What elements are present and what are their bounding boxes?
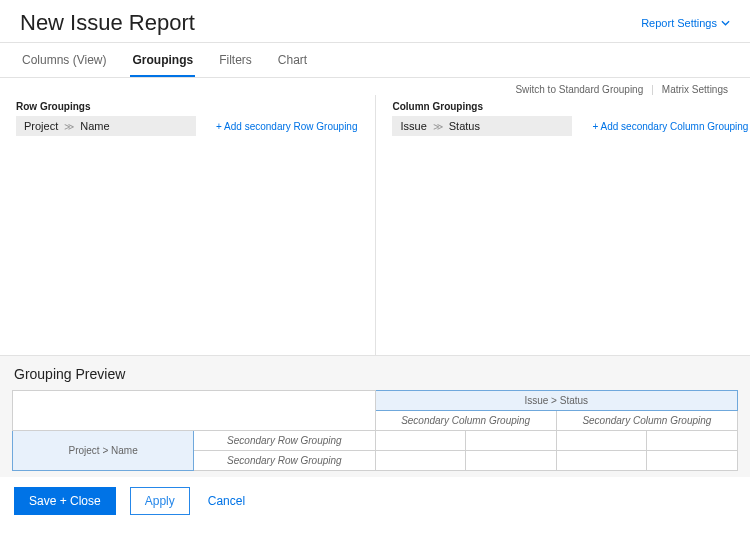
add-secondary-column-grouping-link[interactable]: + Add secondary Column Grouping bbox=[592, 121, 748, 132]
chevron-down-icon bbox=[721, 20, 730, 26]
preview-secondary-col-2: Secondary Column Grouping bbox=[556, 411, 737, 431]
preview-cell bbox=[647, 451, 738, 471]
column-groupings-panel: Column Groupings Issue ≫ Status + Add se… bbox=[375, 95, 750, 355]
row-groupings-title: Row Groupings bbox=[16, 101, 357, 112]
grouping-preview-title: Grouping Preview bbox=[14, 366, 738, 382]
preview-column-header: Issue > Status bbox=[375, 391, 738, 411]
tab-groupings[interactable]: Groupings bbox=[130, 43, 195, 77]
preview-cell bbox=[375, 451, 466, 471]
save-close-button[interactable]: Save + Close bbox=[14, 487, 116, 515]
preview-row-header: Project > Name bbox=[13, 431, 194, 471]
switch-grouping-link[interactable]: Switch to Standard Grouping bbox=[515, 84, 643, 95]
preview-secondary-col-1: Secondary Column Grouping bbox=[375, 411, 556, 431]
apply-button[interactable]: Apply bbox=[130, 487, 190, 515]
preview-cell bbox=[556, 451, 647, 471]
column-grouping-primary-pill[interactable]: Issue ≫ Status bbox=[392, 116, 572, 136]
matrix-settings-link[interactable]: Matrix Settings bbox=[662, 84, 728, 95]
preview-cell bbox=[647, 431, 738, 451]
column-groupings-title: Column Groupings bbox=[392, 101, 748, 112]
preview-cell bbox=[466, 431, 557, 451]
row-grouping-object: Project bbox=[24, 120, 58, 132]
column-grouping-object: Issue bbox=[400, 120, 426, 132]
tab-columns[interactable]: Columns (View) bbox=[20, 43, 108, 77]
tab-chart[interactable]: Chart bbox=[276, 43, 309, 77]
chevron-right-icon: ≫ bbox=[64, 121, 74, 132]
column-grouping-field: Status bbox=[449, 120, 480, 132]
report-settings-link[interactable]: Report Settings bbox=[641, 17, 730, 29]
preview-corner-cell bbox=[13, 391, 376, 431]
row-grouping-field: Name bbox=[80, 120, 109, 132]
report-settings-label: Report Settings bbox=[641, 17, 717, 29]
preview-cell bbox=[556, 431, 647, 451]
chevron-right-icon: ≫ bbox=[433, 121, 443, 132]
preview-cell bbox=[466, 451, 557, 471]
tab-bar: Columns (View) Groupings Filters Chart bbox=[0, 43, 750, 78]
row-groupings-panel: Row Groupings Project ≫ Name + Add secon… bbox=[0, 95, 375, 355]
separator: | bbox=[651, 84, 654, 95]
row-grouping-primary-pill[interactable]: Project ≫ Name bbox=[16, 116, 196, 136]
tab-filters[interactable]: Filters bbox=[217, 43, 254, 77]
cancel-button[interactable]: Cancel bbox=[204, 488, 249, 514]
preview-cell bbox=[375, 431, 466, 451]
page-title: New Issue Report bbox=[20, 10, 195, 36]
preview-secondary-row-2: Secondary Row Grouping bbox=[194, 451, 375, 471]
add-secondary-row-grouping-link[interactable]: + Add secondary Row Grouping bbox=[216, 121, 357, 132]
preview-secondary-row-1: Secondary Row Grouping bbox=[194, 431, 375, 451]
grouping-preview-table: Issue > Status Secondary Column Grouping… bbox=[12, 390, 738, 471]
